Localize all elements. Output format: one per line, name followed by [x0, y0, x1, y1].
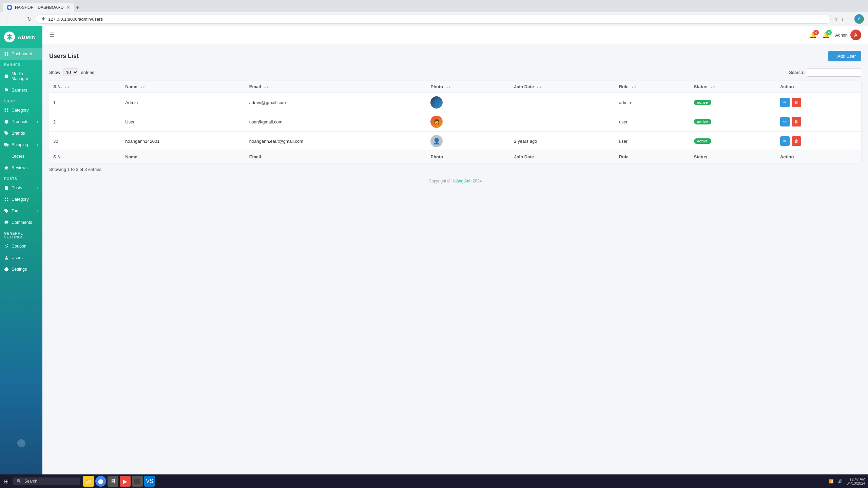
action-buttons: ✏ 🗑 [780, 136, 857, 146]
svg-rect-26 [7, 200, 8, 201]
delete-button[interactable]: 🗑 [792, 136, 801, 146]
sidebar-item-category-posts[interactable]: Category › [0, 194, 42, 205]
taskbar-app-chrome[interactable]: ⬤ [95, 476, 106, 487]
svg-point-6 [5, 75, 6, 76]
tags-arrow-icon: › [37, 209, 38, 213]
sidebar-item-posts[interactable]: Posts › [0, 182, 42, 194]
footer-photo: Photo [426, 151, 510, 163]
sidebar-item-reviews[interactable]: Reviews [0, 162, 42, 174]
posts-arrow-icon: › [37, 186, 38, 190]
browser-tab[interactable]: HA-SHOP || DASHBOARD ✕ [3, 3, 74, 12]
sidebar-item-brands[interactable]: Brands › [0, 128, 42, 139]
taskbar-app-2[interactable]: ▶ [120, 476, 131, 487]
taskbar-wifi-icon: 📶 [829, 479, 834, 484]
main-area: ☰ 🔔 0 🔔 0 Admin A Users List [42, 26, 868, 474]
start-button[interactable]: ⊞ [3, 477, 10, 486]
delete-button[interactable]: 🗑 [792, 98, 801, 107]
shipping-icon [4, 142, 9, 147]
sidebar-item-media-manager[interactable]: Media Manager [0, 68, 42, 84]
cell-join-date: 2 years ago [510, 132, 615, 151]
sort-photo[interactable]: ▲▼ [446, 86, 451, 89]
table-row: 1 Admin admin@gmail.com 👤 admin active ✏… [49, 93, 861, 112]
taskbar-search-box[interactable]: 🔍 Search [13, 477, 80, 485]
sidebar-tags-label: Tags [12, 209, 34, 213]
reload-button[interactable]: ↻ [26, 15, 33, 24]
page-title: Users List [49, 53, 79, 60]
table-body: 1 Admin admin@gmail.com 👤 admin active ✏… [49, 93, 861, 151]
edit-button[interactable]: ✏ [780, 98, 790, 107]
svg-point-27 [5, 245, 6, 246]
sidebar-item-tags[interactable]: Tags › [0, 205, 42, 217]
footer-email: Email [245, 151, 427, 163]
browser-chrome: HA-SHOP || DASHBOARD ✕ + ← → ↻ 127.0.0.1… [0, 0, 868, 26]
taskbar-app-folder[interactable]: 📁 [83, 476, 94, 487]
sidebar-section-shop: SHOP [0, 96, 42, 104]
admin-menu[interactable]: Admin A [835, 30, 861, 40]
sidebar-item-dashboard[interactable]: Dashboard [0, 48, 42, 60]
sort-status[interactable]: ▲▼ [710, 86, 715, 89]
new-tab-button[interactable]: + [76, 4, 79, 11]
search-input[interactable] [807, 68, 861, 77]
svg-point-15 [7, 145, 8, 147]
sort-email[interactable]: ▲▼ [264, 86, 269, 89]
menu-icon[interactable]: ⋮ [846, 16, 852, 22]
cell-email: hoanganh.eaut@gmail.com [245, 132, 427, 151]
sort-name[interactable]: ▲▼ [140, 86, 145, 89]
svg-rect-3 [5, 54, 6, 56]
search-box: Search: [789, 68, 861, 77]
sort-join-date[interactable]: ▲▼ [537, 86, 542, 89]
edit-button[interactable]: ✏ [780, 117, 790, 126]
sidebar-item-banners[interactable]: Banners › [0, 84, 42, 96]
sidebar-media-label: Media Manager [12, 72, 38, 81]
taskbar-app-4[interactable]: VS [144, 476, 155, 487]
cell-email: user@gmail.com [245, 112, 427, 132]
download-icon[interactable]: ↓ [841, 16, 844, 22]
sort-sn[interactable]: ▲▼ [64, 86, 70, 89]
sidebar-item-coupon[interactable]: Coupon [0, 240, 42, 252]
address-bar[interactable]: 127.0.0.1:8000/admin/users [36, 15, 831, 24]
sidebar-comments-label: Comments [12, 220, 38, 225]
flag-icon [4, 88, 9, 93]
chrome-user-avatar[interactable]: A [854, 14, 864, 24]
cell-action: ✏ 🗑 [776, 132, 861, 151]
sidebar-item-users[interactable]: Users [0, 252, 42, 263]
sidebar-item-settings[interactable]: Settings [0, 263, 42, 275]
taskbar: ⊞ 🔍 Search 📁 ⬤ 🖥 ▶ ⬛ VS 📶 🔊 12:47 AM 04/… [0, 474, 868, 488]
hamburger-button[interactable]: ☰ [49, 31, 55, 39]
bookmark-icon[interactable]: ☆ [833, 16, 838, 22]
delete-button[interactable]: 🗑 [792, 117, 801, 126]
sidebar-collapse-button[interactable]: ‹ [17, 439, 25, 447]
sidebar-item-orders[interactable]: Orders [0, 151, 42, 162]
cell-role: admin [615, 93, 690, 112]
posts-icon [4, 186, 9, 190]
sidebar-banners-label: Banners [12, 88, 34, 93]
svg-point-14 [5, 145, 6, 147]
forward-button[interactable]: → [15, 15, 23, 23]
add-user-button[interactable]: + Add User [828, 51, 861, 61]
sort-role[interactable]: ▲▼ [631, 86, 637, 89]
table-controls: Show 10 25 50 entries Search: [49, 68, 861, 77]
back-button[interactable]: ← [4, 15, 12, 23]
entries-select[interactable]: 10 25 50 [63, 69, 78, 76]
svg-rect-7 [5, 109, 6, 110]
taskbar-app-1[interactable]: 🖥 [108, 476, 118, 487]
notification-button-2[interactable]: 🔔 0 [822, 31, 830, 39]
footer-brand-link[interactable]: Hoàng Anh [451, 179, 471, 183]
sidebar-item-products[interactable]: Products › [0, 116, 42, 128]
sidebar-item-category-shop[interactable]: Category › [0, 104, 42, 116]
col-email: Email ▲▼ [245, 81, 427, 93]
tags-icon [4, 209, 9, 213]
edit-button[interactable]: ✏ [780, 136, 790, 146]
sidebar-item-shipping[interactable]: Shipping › [0, 139, 42, 151]
sidebar: ADMIN Dashboard BANNER Media Manager Ban… [0, 26, 42, 474]
taskbar-app-3[interactable]: ⬛ [132, 476, 143, 487]
col-role: Role ▲▼ [615, 81, 690, 93]
sidebar-item-comments[interactable]: Comments [0, 217, 42, 228]
footer-sn: S.N. [49, 151, 121, 163]
action-buttons: ✏ 🗑 [780, 98, 857, 107]
col-status: Status ▲▼ [690, 81, 776, 93]
notification-button-1[interactable]: 🔔 0 [809, 31, 817, 39]
svg-marker-22 [4, 166, 8, 170]
tab-favicon [7, 5, 12, 10]
tab-close-button[interactable]: ✕ [66, 5, 70, 10]
